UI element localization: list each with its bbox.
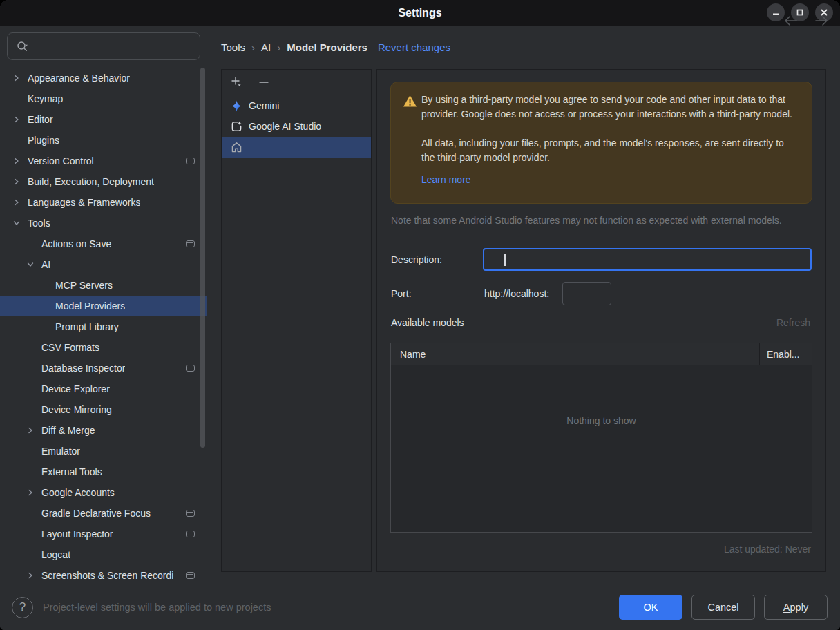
port-row: Port: http://localhost: — [391, 282, 611, 305]
sidebar-item-actions-on-save[interactable]: Actions on Save — [0, 233, 207, 254]
sidebar-item-label: Model Providers — [55, 300, 125, 312]
sidebar-item-label: Languages & Frameworks — [28, 197, 140, 208]
provider-item-google-ai-studio[interactable]: Google AI Studio — [222, 116, 371, 137]
sidebar-item-build-execution-deployment[interactable]: Build, Execution, Deployment — [0, 171, 207, 192]
available-models-header: Available models Refresh — [391, 317, 810, 328]
sidebar-item-keymap[interactable]: Keymap — [0, 88, 207, 109]
back-arrow-icon[interactable] — [783, 15, 799, 26]
sidebar-item-logcat[interactable]: Logcat — [0, 544, 207, 565]
sidebar-item-ai[interactable]: AI — [0, 254, 207, 275]
provider-item-custom[interactable] — [222, 137, 371, 158]
question-mark-icon: ? — [19, 600, 26, 614]
history-navigation — [783, 15, 829, 26]
chevron-down-icon[interactable] — [26, 260, 35, 269]
sidebar-item-device-explorer[interactable]: Device Explorer — [0, 379, 207, 399]
dialog-footer: ? Project-level settings will be applied… — [0, 584, 840, 630]
warning-paragraph-2: All data, including your files, prompts,… — [421, 136, 798, 165]
sidebar-scrollbar[interactable] — [200, 68, 205, 448]
provider-list-panel: GeminiGoogle AI Studio — [221, 69, 372, 572]
provider-item-gemini[interactable]: Gemini — [222, 95, 371, 116]
sidebar-item-database-inspector[interactable]: Database Inspector — [0, 358, 207, 379]
help-button[interactable]: ? — [12, 597, 33, 618]
breadcrumb: Tools › AI › Model Providers Revert chan… — [208, 26, 840, 69]
sidebar-item-editor[interactable]: Editor — [0, 109, 207, 130]
sidebar-item-mcp-servers[interactable]: MCP Servers — [0, 275, 207, 296]
chevron-down-icon[interactable] — [12, 219, 21, 227]
sidebar-item-model-providers[interactable]: Model Providers — [0, 296, 207, 316]
sidebar-item-label: Device Mirroring — [41, 404, 112, 415]
revert-changes-link[interactable]: Revert changes — [378, 41, 450, 53]
sidebar-item-emulator[interactable]: Emulator — [0, 441, 207, 461]
forward-arrow-icon[interactable] — [814, 15, 829, 26]
sidebar-item-languages-frameworks[interactable]: Languages & Frameworks — [0, 192, 207, 213]
provider-item-label: Google AI Studio — [249, 121, 321, 132]
external-models-note: Note that some Android Studio features m… — [391, 215, 782, 226]
port-label: Port: — [391, 288, 484, 299]
sidebar-item-layout-inspector[interactable]: Layout Inspector — [0, 524, 207, 544]
breadcrumb-separator: › — [277, 41, 280, 53]
project-level-icon — [186, 510, 195, 517]
project-level-icon — [186, 365, 195, 372]
settings-dialog: Settings Appearance & BehaviorKeymapEdit… — [0, 0, 840, 630]
column-header-enabled[interactable]: Enabl... — [759, 343, 812, 365]
available-models-title: Available models — [391, 317, 464, 328]
settings-tree: Appearance & BehaviorKeymapEditorPlugins… — [0, 68, 207, 584]
sidebar-item-label: Editor — [28, 114, 53, 125]
window-title: Settings — [398, 7, 441, 19]
add-provider-button[interactable] — [230, 75, 245, 90]
provider-config-panel: By using a third-party model you agree t… — [376, 69, 826, 572]
learn-more-link[interactable]: Learn more — [421, 173, 471, 187]
settings-sidebar: Appearance & BehaviorKeymapEditorPlugins… — [0, 26, 207, 584]
last-updated-label: Last updated: Never — [724, 544, 811, 555]
sidebar-item-prompt-library[interactable]: Prompt Library — [0, 316, 207, 337]
project-level-icon — [186, 531, 195, 537]
chevron-right-icon[interactable] — [12, 74, 21, 82]
refresh-button[interactable]: Refresh — [776, 317, 810, 328]
sidebar-item-diff-merge[interactable]: Diff & Merge — [0, 420, 207, 441]
ok-button[interactable]: OK — [619, 595, 682, 620]
footer-buttons: OK Cancel Apply — [619, 595, 828, 620]
breadcrumb-ai[interactable]: AI — [261, 41, 271, 53]
remove-provider-button[interactable] — [256, 75, 271, 90]
column-header-name[interactable]: Name — [391, 349, 759, 360]
chevron-right-icon[interactable] — [26, 571, 35, 580]
settings-search-input[interactable] — [7, 32, 200, 60]
description-row: Description: — [391, 248, 812, 271]
breadcrumb-tools[interactable]: Tools — [221, 41, 245, 53]
chevron-right-icon[interactable] — [26, 426, 35, 435]
sidebar-item-version-control[interactable]: Version Control — [0, 151, 207, 171]
sidebar-item-appearance-behavior[interactable]: Appearance & Behavior — [0, 68, 207, 88]
sidebar-item-label: AI — [41, 259, 50, 270]
minimize-button[interactable] — [767, 3, 785, 21]
chevron-right-icon[interactable] — [12, 115, 21, 124]
port-url-prefix: http://localhost: — [484, 288, 549, 299]
sidebar-item-plugins[interactable]: Plugins — [0, 130, 207, 151]
sidebar-item-label: Database Inspector — [41, 363, 125, 374]
sidebar-item-label: Version Control — [28, 155, 94, 166]
sidebar-item-csv-formats[interactable]: CSV Formats — [0, 337, 207, 358]
sidebar-item-screenshots-screen-recordi[interactable]: Screenshots & Screen Recordi — [0, 565, 207, 584]
warning-icon — [403, 95, 417, 108]
sidebar-item-google-accounts[interactable]: Google Accounts — [0, 482, 207, 503]
description-input[interactable] — [483, 248, 812, 271]
cancel-button[interactable]: Cancel — [691, 595, 755, 620]
sidebar-item-external-tools[interactable]: External Tools — [0, 461, 207, 482]
provider-list: GeminiGoogle AI Studio — [222, 95, 371, 158]
chevron-right-icon[interactable] — [12, 157, 21, 165]
port-input[interactable] — [562, 282, 611, 305]
sidebar-item-gradle-declarative-focus[interactable]: Gradle Declarative Focus — [0, 503, 207, 524]
minus-icon — [258, 77, 269, 88]
sidebar-item-tools[interactable]: Tools — [0, 213, 207, 233]
sidebar-item-label: Google Accounts — [41, 487, 115, 498]
chevron-right-icon[interactable] — [26, 488, 35, 497]
chevron-right-icon[interactable] — [12, 198, 21, 207]
sidebar-item-label: Layout Inspector — [41, 528, 113, 540]
project-level-hint: Project-level settings will be applied t… — [43, 602, 271, 613]
sidebar-item-device-mirroring[interactable]: Device Mirroring — [0, 399, 207, 420]
sidebar-item-label: Prompt Library — [55, 321, 119, 332]
project-level-icon — [186, 158, 195, 164]
sidebar-item-label: Device Explorer — [41, 383, 110, 394]
third-party-warning-banner: By using a third-party model you agree t… — [390, 82, 812, 204]
apply-button[interactable]: Apply — [764, 595, 828, 620]
chevron-right-icon[interactable] — [12, 178, 21, 186]
